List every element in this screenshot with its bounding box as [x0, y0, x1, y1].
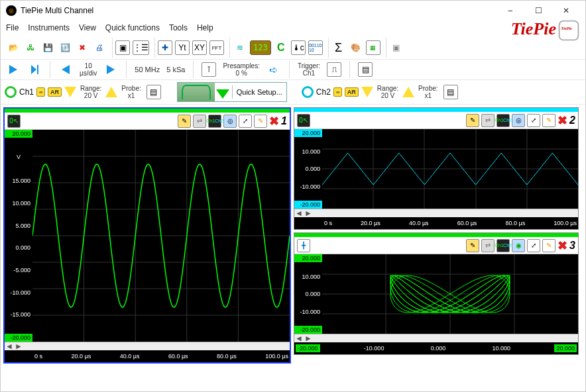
- meter-grid-icon[interactable]: ▦: [366, 40, 381, 55]
- trigger-edge-icon[interactable]: ⎍: [327, 62, 341, 77]
- filter-icon[interactable]: ≋: [233, 40, 247, 55]
- graph-1-legend-icon[interactable]: Ch1Ch2: [208, 115, 221, 128]
- display-icon[interactable]: 123: [250, 40, 271, 55]
- graph-3-legend-icon[interactable]: Ch1Ch2: [497, 239, 510, 252]
- menu-view[interactable]: View: [79, 23, 96, 32]
- samplerate-label[interactable]: 50 MHz: [133, 66, 161, 74]
- graph-1-link-icon[interactable]: ⇄: [193, 115, 206, 128]
- graph-2-xaxis: 0 s20.0 µs40.0 µs60.0 µs80.0 µs100.0 µs: [294, 217, 578, 229]
- ch1-autorange-badge[interactable]: AR: [48, 87, 62, 97]
- ch2-range-down-icon[interactable]: [361, 87, 373, 97]
- graph-2[interactable]: 0↖ ✎ ⇄ Ch1Ch2 ◎ ⤢ ✎ ✖ 2 20.000 10.000 0.…: [294, 107, 579, 230]
- graph-3-xyaxes-icon[interactable]: ╋: [297, 239, 310, 252]
- menu-help[interactable]: Help: [197, 23, 213, 32]
- graph-3-edit-icon[interactable]: ✎: [542, 239, 556, 252]
- trigger-source[interactable]: Trigger: Ch1: [296, 62, 322, 77]
- ch1-label: Ch1: [19, 87, 34, 97]
- play-icon[interactable]: [6, 62, 21, 77]
- ch2-range-value[interactable]: 20 V: [381, 92, 395, 100]
- temperature-icon[interactable]: 🌡c: [291, 40, 306, 55]
- graph-3-expand-icon[interactable]: ⤢: [527, 239, 540, 252]
- delete-icon[interactable]: ✖: [75, 40, 89, 55]
- graph-2-edit-icon[interactable]: ✎: [542, 114, 556, 127]
- object-tree-icon[interactable]: ⋮☰: [133, 40, 149, 55]
- graph-3-close-icon[interactable]: ✖: [557, 238, 567, 253]
- print-icon[interactable]: 🖨: [92, 40, 107, 55]
- graph-1-edit-icon[interactable]: ✎: [254, 115, 267, 128]
- gauge-icon[interactable]: C: [274, 40, 288, 55]
- presamples-icon[interactable]: ⊺: [202, 62, 216, 77]
- graph-1-close-icon[interactable]: ✖: [269, 114, 279, 128]
- graph-2-link-icon[interactable]: ⇄: [481, 114, 495, 127]
- presamples-arrow-icon[interactable]: ➪: [266, 62, 281, 77]
- timebase-slower-icon[interactable]: [58, 62, 73, 77]
- menu-tools[interactable]: Tools: [169, 23, 188, 32]
- close-button[interactable]: ✕: [552, 1, 580, 20]
- minimize-button[interactable]: ‒: [497, 1, 524, 20]
- ch1-probe-value[interactable]: x1: [128, 92, 135, 100]
- graph-2-plot[interactable]: [322, 129, 578, 209]
- ch1-range-down-icon[interactable]: [64, 87, 76, 97]
- sum-icon[interactable]: Σ: [331, 40, 346, 55]
- window-titlebar: ◎ TiePie Multi Channel ‒ ☐ ✕: [1, 1, 585, 21]
- ch1-enable-icon[interactable]: [5, 86, 17, 98]
- graph-2-autofit-icon[interactable]: ◎: [512, 114, 525, 127]
- menu-quick-functions[interactable]: Quick functions: [105, 23, 160, 32]
- graph-1-origin-icon[interactable]: 0↖: [7, 115, 21, 128]
- graph-2-origin-icon[interactable]: 0↖: [297, 114, 310, 127]
- yt-mode-icon[interactable]: Yt: [175, 40, 190, 55]
- open-instrument-icon[interactable]: 🖧: [23, 40, 38, 55]
- ch2-autorange-badge[interactable]: AR: [345, 87, 359, 97]
- ch1-settings-icon[interactable]: ▤: [146, 85, 161, 99]
- chip-icon[interactable]: ▣: [389, 40, 404, 55]
- ch2-probe-value[interactable]: x1: [425, 92, 432, 100]
- menu-file[interactable]: File: [6, 23, 19, 32]
- ch1-coupling-badge[interactable]: ⎓: [36, 87, 45, 97]
- ch1-range-up-icon[interactable]: [105, 87, 117, 97]
- ch2-range-up-icon[interactable]: [402, 87, 414, 97]
- graph-2-expand-icon[interactable]: ⤢: [527, 114, 540, 127]
- graph-2-legend-icon[interactable]: Ch1Ch2: [497, 114, 510, 127]
- graph-1-expand-icon[interactable]: ⤢: [239, 115, 252, 128]
- color-wheel-icon[interactable]: 🎨: [349, 40, 363, 55]
- presamples-value[interactable]: Presamples: 0 %: [221, 62, 261, 77]
- graph-3[interactable]: ╋ ✎ ⇄ Ch1Ch2 ◉ ⤢ ✎ ✖ 3 20.000 10.000 0.0…: [294, 232, 579, 355]
- recordlength-label[interactable]: 5 kSa: [165, 66, 186, 74]
- timebase-value[interactable]: 10 µs/div: [78, 62, 98, 77]
- graph-2-close-icon[interactable]: ✖: [557, 113, 567, 128]
- xy-mode-icon[interactable]: XY: [192, 40, 207, 55]
- menu-instruments[interactable]: Instruments: [28, 23, 70, 32]
- ch2-range-label: Range:: [377, 85, 398, 93]
- graph-2-note-icon[interactable]: ✎: [466, 114, 479, 127]
- ch2-coupling-badge[interactable]: ⎓: [333, 87, 342, 97]
- play-once-icon[interactable]: [27, 62, 42, 77]
- open-icon[interactable]: 📂: [6, 40, 21, 55]
- trigger-settings-icon[interactable]: ▤: [358, 62, 373, 77]
- toolbar-acquisition: 10 µs/div 50 MHz 5 kSa ⊺ Presamples: 0 %…: [1, 60, 585, 80]
- ch2-enable-icon[interactable]: [302, 86, 314, 98]
- fft-mode-icon[interactable]: FFT: [209, 40, 224, 55]
- ch1-range-value[interactable]: 20 V: [84, 92, 98, 100]
- quick-setup-button[interactable]: Quick Setup...: [177, 82, 287, 102]
- graph-3-autofit-icon[interactable]: ◉: [512, 239, 525, 252]
- graph-1-hscroll[interactable]: ◄►: [5, 342, 290, 350]
- save-icon[interactable]: 💾: [40, 40, 55, 55]
- graph-3-hscroll[interactable]: ◄►: [294, 334, 578, 342]
- layout-config-icon[interactable]: ▣: [115, 40, 130, 55]
- timebase-faster-icon[interactable]: [103, 62, 118, 77]
- ch2-settings-icon[interactable]: ▤: [443, 85, 458, 99]
- binary-icon[interactable]: 0011010: [308, 40, 323, 55]
- graph-2-hscroll[interactable]: ◄►: [294, 209, 578, 217]
- graph-3-note-icon[interactable]: ✎: [466, 239, 479, 252]
- refresh-icon[interactable]: 🔃: [58, 40, 72, 55]
- graph-1-autofit-icon[interactable]: ◎: [223, 115, 237, 128]
- ch1-range-label: Range:: [80, 85, 101, 93]
- graph-1[interactable]: 0↖ ✎ ⇄ Ch1Ch2 ◎ ⤢ ✎ ✖ 1 20.000 V 15.000 …: [3, 107, 291, 364]
- graph-3-plot[interactable]: [322, 254, 578, 334]
- graph-1-note-icon[interactable]: ✎: [178, 115, 191, 128]
- graph-1-plot[interactable]: [32, 130, 290, 342]
- maximize-button[interactable]: ☐: [524, 1, 552, 20]
- graph-2-yaxis: 20.000 10.000 0.000 -10.000 -20.000: [294, 129, 322, 209]
- graph-3-link-icon[interactable]: ⇄: [481, 239, 495, 252]
- cursor-icon[interactable]: ✚: [158, 40, 172, 55]
